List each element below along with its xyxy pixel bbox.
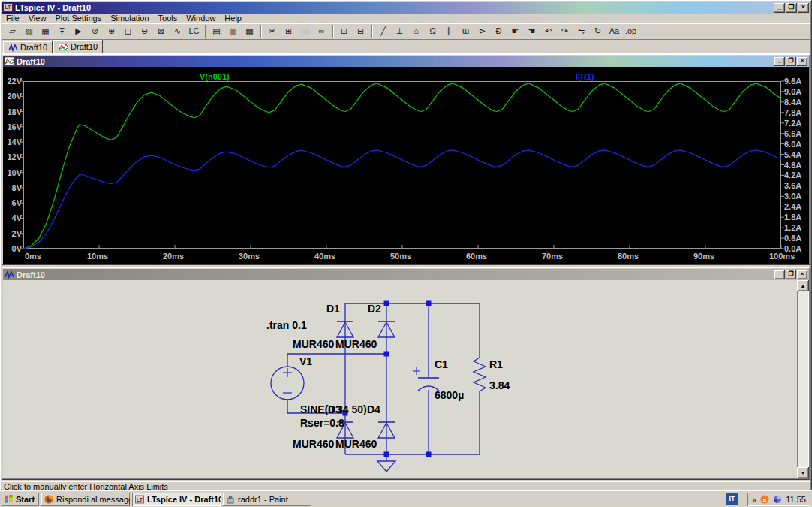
schematic-label[interactable]: 3.84 [489,379,510,391]
waveform-plot-pane[interactable]: V(n001) I(R1) 22V20V18V16V14V12V10V8V6V4… [3,67,809,264]
schematic-label[interactable]: .tran 0.1 [266,319,307,331]
menu-bar: FileViewPlot SettingsSimulationToolsWind… [2,14,810,23]
capacitor-icon[interactable]: ∥ [441,25,457,38]
diode-icon[interactable]: ⊳ [474,25,490,38]
schematic-close-button[interactable]: × [797,270,807,279]
drag-icon[interactable]: ☚ [524,25,540,38]
schematic-label[interactable]: D1 [326,303,340,315]
undo-icon[interactable]: ↶ [540,25,556,38]
zoom-full-extents-icon[interactable]: ⊠ [153,25,169,38]
menu-simulation[interactable]: Simulation [106,14,153,23]
tab-draft10-schematic[interactable]: Draft10 [3,41,53,53]
start-button[interactable]: Start [2,493,39,506]
plot-canvas[interactable] [23,81,781,249]
schematic-label[interactable]: MUR460 [293,338,334,350]
menu-help[interactable]: Help [220,14,246,23]
schematic-window-titlebar[interactable]: Draft10 _ ❐ × [3,269,809,280]
schematic-label[interactable]: R1 [489,358,503,370]
wire-icon[interactable]: ╱ [375,25,391,38]
schematic-minimize-button[interactable]: _ [774,270,785,279]
plot-settings-icon[interactable]: LC [186,25,202,38]
save-icon[interactable]: ▦ [38,25,53,38]
schematic-label[interactable]: D2 [368,303,381,315]
language-indicator[interactable]: IT [726,493,738,505]
minimize-button[interactable]: _ [774,3,785,13]
menu-window[interactable]: Window [182,14,220,23]
menu-view[interactable]: View [24,14,51,23]
print-preview-icon[interactable]: ⊡ [336,25,352,38]
title-bar[interactable]: LT LTspice IV - Draft10 _ ❐ × [2,2,810,14]
text-icon[interactable]: Aa [606,25,622,38]
schematic-label[interactable]: 6800µ [435,389,464,401]
zoom-area-icon[interactable]: ◻ [120,25,136,38]
schematic-canvas[interactable]: .tran 0.1D1D2MUR460MUR460V1SINE(0 34 50)… [3,280,797,478]
move-icon[interactable]: ☛ [507,25,523,38]
scroll-down-icon[interactable]: ▼ [797,467,809,478]
new-schematic-icon[interactable]: ▱ [5,25,20,38]
inductor-icon[interactable]: ɯ [458,25,474,38]
avast-tray-icon[interactable]: a [760,495,769,504]
y-right-tick-label: 3.6A [784,181,810,190]
run-icon[interactable]: ▶ [71,25,86,38]
tab-label: Draft10 [20,43,47,52]
taskbar-task-ltspice[interactable]: LTLTspice IV - Draft10 [132,493,221,506]
menu-tools[interactable]: Tools [154,14,182,23]
spice-directive-icon[interactable]: .op [623,25,639,38]
paste-icon[interactable]: ◫ [297,25,313,38]
menu-file[interactable]: File [2,14,24,23]
taskbar-task-paint[interactable]: raddr1 - Paint [223,493,311,506]
component-R1[interactable] [474,358,486,391]
find-icon[interactable]: ∞ [314,25,329,38]
zoom-out-icon[interactable]: ⊖ [137,25,152,38]
schematic-label[interactable]: C1 [435,358,448,370]
schematic-label[interactable]: MUR460 [335,438,377,450]
tray-chevron-icon[interactable]: « [752,495,756,504]
taskbar-task-firefox[interactable]: Rispondi al messaggio • I... [41,493,130,506]
schematic-label[interactable]: D4 [367,403,380,415]
schematic-label[interactable]: Rser=0.8 [300,417,344,429]
mirror-icon[interactable]: ⇋ [573,25,589,38]
schematic-restore-button[interactable]: ❐ [786,270,796,279]
scroll-up-icon[interactable]: ▲ [797,280,809,291]
component-icon[interactable]: Ð [491,25,507,38]
close-button[interactable]: × [798,3,809,13]
trace-label-vn001[interactable]: V(n001) [200,72,230,81]
redo-icon[interactable]: ↷ [557,25,573,38]
print-icon[interactable]: ⊟ [353,25,368,38]
ground-symbol[interactable] [377,461,395,472]
display-tray-icon[interactable] [773,495,782,504]
copy-icon[interactable]: ⊞ [281,25,296,38]
open-icon[interactable]: ▨ [21,25,37,38]
cut-icon[interactable]: ✂ [264,25,280,38]
schematic-label[interactable]: MUR460 [335,338,377,350]
schematic-vertical-scrollbar[interactable]: ▲ ▼ [797,280,809,478]
rotate-icon[interactable]: ↻ [590,25,606,38]
tile-horizontally-icon[interactable]: ▤ [209,25,224,38]
zoom-in-icon[interactable]: ⊕ [104,25,119,38]
tab-draft10-waveform[interactable]: Draft10 [53,40,103,53]
cascade-windows-icon[interactable]: ▩ [242,25,257,38]
y-left-tick-label: 18V [4,107,22,116]
autorange-y-axis-icon[interactable]: ∿ [170,25,185,38]
restore-button[interactable]: ❐ [786,3,797,13]
waveform-window-titlebar[interactable]: Draft10 _ ❐ × [3,56,809,67]
schematic-label[interactable]: D3 [328,403,341,415]
menu-plot-settings[interactable]: Plot Settings [50,14,106,23]
schematic-label[interactable]: MUR460 [293,438,334,450]
tile-vertically-icon[interactable]: ▥ [225,25,241,38]
trace-label-ir1[interactable]: I(R1) [576,72,594,81]
clock[interactable]: 11.55 [786,495,806,504]
waveform-restore-button[interactable]: ❐ [786,57,796,66]
waveform-close-button[interactable]: × [797,57,807,66]
schematic-label[interactable]: V1 [299,355,312,367]
resistor-icon[interactable]: Ω [425,25,441,38]
component-V1[interactable] [271,367,304,400]
ground-icon[interactable]: ⊥ [392,25,408,38]
waveform-minimize-button[interactable]: _ [774,57,785,66]
halt-icon[interactable]: ⊘ [87,25,103,38]
net-label-icon[interactable]: ⌂ [408,25,424,38]
y-right-tick-label: 3.0A [784,192,810,201]
control-panel-icon[interactable]: Ŧ [54,25,70,38]
desktop: LT LTspice IV - Draft10 _ ❐ × FileViewPl… [0,0,812,507]
component-C1[interactable] [413,367,439,391]
